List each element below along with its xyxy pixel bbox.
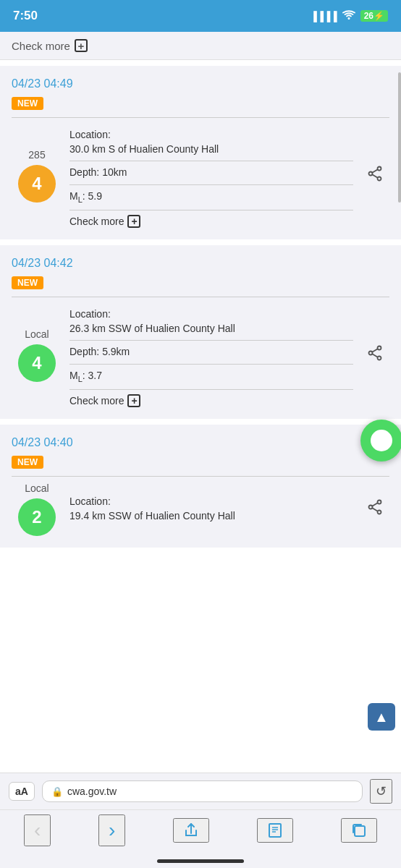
taiwan-map-icon: [371, 430, 392, 451]
taiwan-map-fab[interactable]: [360, 420, 401, 461]
eq2-new-badge: NEW: [12, 276, 43, 289]
eq3-magnitude-circle: 2: [18, 498, 56, 536]
aa-button[interactable]: aA: [9, 782, 35, 801]
eq1-location: Location: 30.0 km S of Hualien County Ha…: [69, 124, 353, 161]
lock-icon: 🔒: [51, 786, 63, 797]
eq1-check-more[interactable]: Check more +: [69, 210, 353, 228]
svg-line-14: [372, 503, 378, 507]
browser-nav-bar: ‹ ›: [0, 809, 401, 854]
eq3-left: Local 2: [12, 482, 62, 536]
check-more-top-plus: +: [75, 39, 88, 52]
url-field[interactable]: 🔒 cwa.gov.tw: [42, 780, 363, 802]
eq1-body: 285 4 Location: 30.0 km S of Hualien Cou…: [12, 124, 389, 228]
svg-line-5: [372, 175, 378, 179]
battery-indicator: 26⚡: [360, 10, 388, 22]
eq3-share[interactable]: [360, 499, 389, 519]
eq3-seq: Local: [25, 482, 48, 494]
url-bar-row: aA 🔒 cwa.gov.tw ↺: [0, 773, 401, 809]
svg-line-10: [372, 354, 378, 358]
wifi-icon: [342, 9, 356, 22]
eq3-new-badge: NEW: [12, 456, 43, 469]
svg-line-4: [372, 170, 378, 174]
eq2-datetime: 04/23 04:42: [12, 257, 73, 269]
eq1-datetime: 04/23 04:49: [12, 77, 73, 90]
eq2-share-icon: [367, 345, 383, 365]
eq1-ml: ML: 5.9: [69, 185, 353, 210]
svg-rect-16: [269, 824, 281, 837]
eq3-share-icon: [367, 499, 383, 519]
eq3-body: Local 2 Location: 19.4 km SSW of Hualien…: [12, 482, 389, 536]
status-time: 7:50: [13, 9, 38, 23]
check-more-top-label[interactable]: Check more: [12, 40, 70, 52]
svg-point-12: [378, 511, 381, 514]
eq1-magnitude-circle: 4: [18, 165, 56, 203]
eq1-plus-icon: +: [127, 215, 140, 228]
forward-button[interactable]: ›: [98, 814, 125, 846]
eq1-depth: Depth: 10km: [69, 161, 353, 185]
svg-point-6: [378, 346, 381, 350]
chevron-up-icon: ▲: [374, 709, 389, 726]
eq1-details: Location: 30.0 km S of Hualien County Ha…: [62, 124, 360, 228]
svg-point-2: [378, 177, 381, 181]
back-button[interactable]: ‹: [24, 814, 51, 846]
svg-point-13: [369, 506, 373, 509]
eq1-seq: 285: [28, 149, 45, 161]
eq3-magnitude-value: 2: [32, 507, 41, 527]
scrollbar[interactable]: [398, 72, 401, 203]
home-indicator: [0, 854, 401, 868]
svg-line-15: [372, 509, 378, 512]
eq2-magnitude-circle: 4: [18, 344, 56, 382]
eq2-details: Location: 26.3 km SSW of Hualien County …: [62, 303, 360, 407]
earthquake-card-3: 04/23 04:40 NEW Local 2 Location: 19.4 k…: [0, 425, 401, 548]
eq1-share[interactable]: [360, 166, 389, 185]
browser-bar: aA 🔒 cwa.gov.tw ↺ ‹ ›: [0, 773, 401, 868]
eq2-magnitude-value: 4: [32, 353, 41, 373]
svg-point-7: [378, 357, 381, 360]
svg-line-9: [372, 349, 378, 353]
eq2-depth: Depth: 5.9km: [69, 341, 353, 365]
svg-point-1: [378, 167, 381, 171]
bookmark-button[interactable]: [257, 818, 293, 843]
eq2-plus-icon: +: [127, 394, 140, 407]
svg-rect-20: [355, 826, 365, 836]
eq2-ml: ML: 3.7: [69, 365, 353, 390]
eq2-share[interactable]: [360, 345, 389, 365]
eq2-seq: Local: [25, 328, 48, 340]
eq1-magnitude-value: 4: [32, 174, 41, 194]
eq1-share-icon: [367, 166, 383, 185]
scroll-to-top-button[interactable]: ▲: [368, 703, 395, 731]
tabs-button[interactable]: [341, 818, 377, 843]
eq3-datetime: 04/23 04:40: [12, 436, 73, 448]
check-more-top-partial: Check more +: [0, 32, 401, 60]
status-icons: ▐▐▐▐ 26⚡: [311, 9, 388, 22]
svg-point-0: [347, 17, 350, 20]
eq2-left: Local 4: [12, 328, 62, 382]
eq2-check-more[interactable]: Check more +: [69, 390, 353, 407]
eq3-location: Location: 19.4 km SSW of Hualien County …: [69, 490, 353, 527]
eq1-left: 285 4: [12, 149, 62, 203]
svg-point-11: [378, 501, 381, 504]
url-text: cwa.gov.tw: [67, 786, 117, 797]
earthquake-card-2: 04/23 04:42 NEW Local 4 Location: 26.3 k…: [0, 245, 401, 419]
signal-icon: ▐▐▐▐: [311, 11, 337, 22]
status-bar: 7:50 ▐▐▐▐ 26⚡: [0, 0, 401, 32]
home-bar: [157, 859, 244, 863]
svg-point-3: [369, 172, 373, 176]
eq1-new-badge: NEW: [12, 97, 43, 110]
svg-point-8: [369, 352, 373, 355]
share-button[interactable]: [173, 818, 209, 843]
eq2-location: Location: 26.3 km SSW of Hualien County …: [69, 303, 353, 341]
reload-button[interactable]: ↺: [370, 779, 392, 804]
earthquake-card-1: 04/23 04:49 NEW 285 4 Location: 30.0 km …: [0, 66, 401, 239]
eq2-body: Local 4 Location: 26.3 km SSW of Hualien…: [12, 303, 389, 407]
eq3-details: Location: 19.4 km SSW of Hualien County …: [62, 490, 360, 527]
